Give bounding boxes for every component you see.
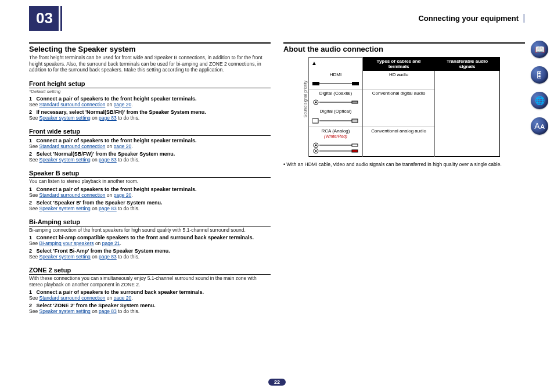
page-link[interactable]: page 20 bbox=[114, 192, 132, 198]
svg-rect-7 bbox=[312, 118, 318, 123]
xref-link[interactable]: Bi-amping your speakers bbox=[39, 240, 94, 246]
step-text: Connect a pair of speakers to the front … bbox=[37, 96, 197, 102]
step-text: Select 'Normal(SB/FW)' from the Speaker … bbox=[37, 151, 175, 157]
xref-link[interactable]: Speaker system setting bbox=[39, 254, 91, 260]
step: 1 Connect a pair of speakers to the fron… bbox=[29, 186, 271, 192]
page-link[interactable]: page 83 bbox=[99, 254, 117, 260]
xref-link[interactable]: Standard surround connection bbox=[39, 143, 106, 149]
audio-table: ▲ Sound signal priority Types of cables … bbox=[308, 57, 500, 157]
xref-link[interactable]: Speaker system setting bbox=[39, 115, 91, 121]
table-header-signals: Transferable audio signals bbox=[435, 57, 500, 71]
step: 2 Select 'ZONE 2' from the Speaker Syste… bbox=[29, 303, 271, 308]
see-line: See Speaker system setting on page 83 to… bbox=[29, 206, 271, 211]
section-heading: ZONE 2 setup bbox=[29, 267, 271, 275]
letters-icon[interactable]: Aᴀ bbox=[531, 117, 548, 135]
section-desc: With these connections you can simultane… bbox=[29, 275, 271, 287]
step-number: 1 bbox=[29, 235, 37, 240]
step: 1 Connect a pair of speakers to the fron… bbox=[29, 138, 271, 143]
step-text: Select 'Speaker B' from the Speaker Syst… bbox=[37, 200, 163, 206]
sidebar: 📖🎛🌐Aᴀ bbox=[531, 41, 548, 135]
svg-rect-6 bbox=[352, 101, 358, 103]
arrow-up-icon: ▲ bbox=[311, 60, 317, 66]
page-link[interactable]: page 83 bbox=[99, 157, 117, 163]
step-text: Connect a pair of speakers to the front … bbox=[37, 138, 197, 143]
section-heading: Front wide setup bbox=[29, 128, 271, 136]
page-link[interactable]: page 20 bbox=[114, 295, 132, 301]
step-number: 1 bbox=[29, 289, 37, 295]
xref-link[interactable]: Speaker system setting bbox=[39, 206, 91, 211]
chapter-title: Connecting your equipment bbox=[418, 14, 521, 23]
step-text: If necessary, select 'Normal(SB/FH)' fro… bbox=[37, 109, 206, 115]
cable-name: Digital (Coaxial) bbox=[309, 89, 363, 97]
step-number: 2 bbox=[29, 248, 37, 254]
chapter-number: 03 bbox=[29, 6, 60, 31]
step-number: 1 bbox=[29, 138, 37, 143]
xref-link[interactable]: Standard surround connection bbox=[39, 102, 106, 107]
see-line: See Speaker system setting on page 83 to… bbox=[29, 157, 271, 163]
right-column: About the audio connection ▲ Sound signa… bbox=[283, 37, 525, 314]
see-line: See Standard surround connection on page… bbox=[29, 192, 271, 198]
step-text: Select 'Front Bi-Amp' from the Speaker S… bbox=[37, 248, 170, 254]
see-line: See Standard surround connection on page… bbox=[29, 102, 271, 107]
equipment-icon[interactable]: 🎛 bbox=[531, 66, 548, 84]
xref-link[interactable]: Speaker system setting bbox=[39, 157, 91, 163]
step: 2 If necessary, select 'Normal(SB/FH)' f… bbox=[29, 109, 271, 115]
chapter-title-wrap: Connecting your equipment bbox=[418, 14, 525, 23]
section-heading: Front height setup bbox=[29, 80, 271, 88]
page-number: 22 bbox=[268, 379, 286, 386]
cable-diagram bbox=[309, 97, 363, 107]
cable-name: RCA (Analog)(White/Red) bbox=[309, 127, 363, 140]
signal-cell: Conventional digital audio bbox=[363, 89, 435, 107]
page-link[interactable]: page 21 bbox=[102, 240, 120, 246]
page-link[interactable]: page 83 bbox=[99, 308, 117, 314]
page-number-wrap: 22 bbox=[268, 379, 286, 385]
see-line: See Standard surround connection on page… bbox=[29, 143, 271, 149]
left-column: Selecting the Speaker system The front h… bbox=[29, 37, 271, 314]
see-line: See Speaker system setting on page 83 to… bbox=[29, 115, 271, 121]
step: 2 Select 'Front Bi-Amp' from the Speaker… bbox=[29, 248, 271, 254]
page-link[interactable]: page 83 bbox=[99, 206, 117, 211]
xref-link[interactable]: Standard surround connection bbox=[39, 192, 106, 198]
book-icon[interactable]: 📖 bbox=[531, 41, 548, 58]
step-number: 2 bbox=[29, 151, 37, 157]
signal-cell: Conventional analog audio bbox=[363, 127, 435, 156]
see-line: See Speaker system setting on page 83 to… bbox=[29, 308, 271, 314]
svg-rect-17 bbox=[352, 150, 358, 152]
priority-label: Sound signal priority bbox=[303, 81, 307, 117]
xref-link[interactable]: Standard surround connection bbox=[39, 295, 106, 301]
table-header-types: Types of cables and terminals bbox=[363, 57, 435, 71]
svg-rect-0 bbox=[312, 82, 319, 85]
svg-rect-13 bbox=[352, 144, 358, 146]
cable-name: Digital (Optical) bbox=[309, 107, 363, 115]
see-line: See Speaker system setting on page 83 to… bbox=[29, 254, 271, 260]
cable-diagram bbox=[309, 115, 363, 127]
step-text: Connect a pair of speakers to the surrou… bbox=[37, 289, 204, 295]
step-number: 2 bbox=[29, 109, 37, 115]
cable-diagram bbox=[309, 78, 363, 89]
section-desc: Bi-amping connection of the front speake… bbox=[29, 227, 271, 233]
page-link[interactable]: page 20 bbox=[114, 143, 132, 149]
svg-point-15 bbox=[315, 150, 317, 152]
svg-rect-9 bbox=[352, 119, 358, 123]
page-link[interactable]: page 20 bbox=[114, 102, 132, 107]
xref-link[interactable]: Speaker system setting bbox=[39, 308, 91, 314]
step: 1 Connect a pair of speakers to the surr… bbox=[29, 289, 271, 295]
section-desc: You can listen to stereo playback in ano… bbox=[29, 178, 271, 185]
section-heading: Speaker B setup bbox=[29, 170, 271, 178]
step-number: 2 bbox=[29, 200, 37, 206]
page-link[interactable]: page 83 bbox=[99, 115, 117, 121]
step-number: 2 bbox=[29, 303, 37, 308]
left-intro: The front height terminals can be used f… bbox=[29, 55, 271, 73]
signal-cell bbox=[363, 107, 435, 127]
signal-cell: HD audio bbox=[363, 71, 435, 89]
step-number: 1 bbox=[29, 96, 37, 102]
right-bullet: With an HDMI cable, video and audio sign… bbox=[283, 161, 525, 168]
left-heading: Selecting the Speaker system bbox=[29, 45, 271, 53]
see-line: See Bi-amping your speakers on page 21. bbox=[29, 240, 271, 246]
step-text: Connect a pair of speakers to the front … bbox=[37, 186, 197, 192]
svg-rect-2 bbox=[352, 82, 359, 85]
svg-point-4 bbox=[315, 101, 317, 103]
step: 1 Connect a pair of speakers to the fron… bbox=[29, 96, 271, 102]
step: 2 Select 'Speaker B' from the Speaker Sy… bbox=[29, 200, 271, 206]
globe-icon[interactable]: 🌐 bbox=[531, 92, 548, 109]
